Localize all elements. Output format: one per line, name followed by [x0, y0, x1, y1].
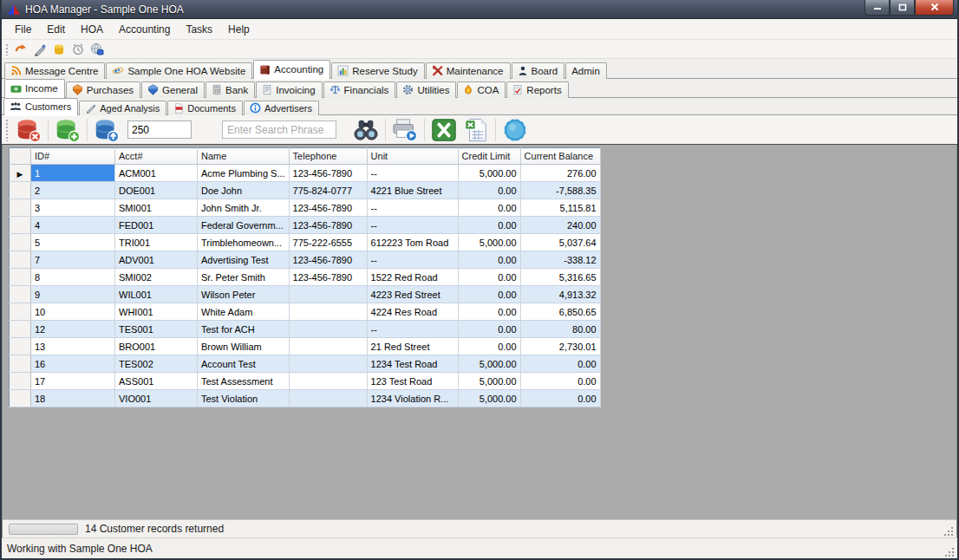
grid-cell[interactable]: 0.00 [458, 303, 520, 321]
grid-cell[interactable]: 0.00 [520, 390, 600, 407]
row-selector[interactable] [10, 199, 31, 217]
grid-cell[interactable]: 0.00 [458, 286, 520, 303]
grid-cell[interactable]: TES002 [115, 355, 198, 373]
grid-cell[interactable] [289, 390, 367, 407]
tab-accounting[interactable]: Accounting [253, 60, 330, 79]
excel-button[interactable] [429, 116, 459, 144]
tab-aged-analysis[interactable]: Aged Analysis [79, 101, 166, 115]
selector-header[interactable] [10, 148, 31, 165]
column-header-id[interactable]: ID# [31, 148, 115, 165]
grid-cell[interactable]: FED001 [115, 217, 198, 234]
title-bar[interactable]: HOA Manager - Sample One HOA [2, 0, 957, 19]
find-button[interactable] [351, 116, 381, 144]
grid-cell[interactable]: White Adam [198, 303, 290, 321]
search-input[interactable] [222, 120, 336, 139]
grid-cell[interactable]: 0.00 [458, 321, 520, 338]
maximize-button[interactable] [890, 0, 915, 16]
tab-documents[interactable]: Documents [167, 101, 243, 115]
grid-cell[interactable]: 8 [31, 269, 115, 286]
grid-cell[interactable]: 21 Red Street [367, 338, 458, 355]
grid-cell[interactable]: 10 [31, 303, 115, 321]
grid-cell[interactable]: 2 [31, 182, 115, 199]
grid-cell[interactable]: -- [367, 217, 458, 234]
grid-cell[interactable]: 5,316.65 [520, 269, 600, 286]
grid-cell[interactable]: 0.00 [520, 373, 600, 390]
tab-bank[interactable]: Bank [206, 81, 255, 98]
grid-cell[interactable]: -- [367, 321, 458, 338]
grid-cell[interactable]: 5 [31, 234, 115, 251]
grid-cell[interactable]: 9 [31, 286, 115, 303]
grid-cell[interactable]: 0.00 [458, 182, 520, 199]
grid-cell[interactable]: SMI001 [115, 199, 198, 217]
row-selector[interactable] [10, 251, 31, 269]
grid-cell[interactable] [289, 286, 367, 303]
column-header-telephone[interactable]: Telephone [289, 148, 367, 165]
minimize-button[interactable] [864, 0, 890, 16]
tab-customers[interactable]: Customers [3, 98, 78, 115]
grid-cell[interactable]: ASS001 [115, 373, 198, 390]
resize-grip-icon[interactable] [943, 525, 955, 537]
tab-reports[interactable]: Reports [506, 81, 568, 98]
grid-cell[interactable]: 18 [31, 390, 115, 407]
grid-cell[interactable]: Acme Plumbing S... [198, 165, 290, 182]
grid-cell[interactable]: 1 [31, 165, 115, 182]
tab-financials[interactable]: Financials [323, 81, 396, 98]
tab-purchases[interactable]: Purchases [66, 81, 140, 98]
grid-cell[interactable]: Test Assessment [198, 373, 290, 390]
upload-records-button[interactable] [92, 116, 121, 144]
grid-cell[interactable]: 5,000.00 [458, 390, 520, 407]
grid-cell[interactable]: 0.00 [458, 269, 520, 286]
grid-cell[interactable] [289, 338, 367, 355]
grid-cell[interactable]: Doe John [198, 182, 290, 199]
grid-cell[interactable]: ACM001 [115, 165, 198, 182]
row-selector[interactable] [10, 286, 31, 303]
menu-hoa[interactable]: HOA [73, 21, 111, 38]
grid-cell[interactable] [289, 321, 367, 338]
row-selector[interactable] [10, 182, 31, 199]
grid-cell[interactable]: 3 [31, 199, 115, 217]
grid-cell[interactable]: 276.00 [520, 165, 600, 182]
grid-cell[interactable]: 2,730.01 [520, 338, 600, 355]
toolbar-grip[interactable] [4, 42, 9, 55]
tab-website[interactable]: e Sample One HOA Website [106, 62, 252, 79]
tab-utilities[interactable]: Utilities [396, 81, 456, 98]
grid-cell[interactable]: SMI002 [115, 269, 198, 286]
row-selector[interactable] [10, 338, 31, 355]
tab-coa[interactable]: COA [457, 81, 506, 98]
menu-accounting[interactable]: Accounting [111, 21, 178, 38]
grid-cell[interactable]: Sr. Peter Smith [198, 269, 290, 286]
grid-cell[interactable]: 0.00 [458, 338, 520, 355]
grid-cell[interactable]: 12 [31, 321, 115, 338]
grid-cell[interactable] [289, 303, 367, 321]
menu-tasks[interactable]: Tasks [178, 21, 220, 38]
grid-cell[interactable]: BRO001 [115, 338, 198, 355]
grid-cell[interactable]: Test for ACH [198, 321, 290, 338]
grid-cell[interactable]: 1234 Test Road [367, 355, 458, 373]
row-selector[interactable]: ▶ [10, 165, 31, 182]
grid-cell[interactable] [289, 355, 367, 373]
grid-cell[interactable]: TRI001 [115, 234, 198, 251]
grid-cell[interactable]: 123-456-7890 [289, 251, 367, 269]
grid-cell[interactable]: Test Violation [198, 390, 290, 407]
row-selector[interactable] [10, 321, 31, 338]
grid-cell[interactable]: 0.00 [458, 217, 520, 234]
row-selector[interactable] [10, 355, 31, 373]
grid-cell[interactable]: 123-456-7890 [289, 165, 367, 182]
grid-cell[interactable]: 4 [31, 217, 115, 234]
grid-cell[interactable]: Wilson Peter [198, 286, 290, 303]
grid-cell[interactable]: 17 [31, 373, 115, 390]
grid-cell[interactable] [289, 373, 367, 390]
menu-file[interactable]: File [7, 21, 39, 38]
grid-cell[interactable]: 1522 Red Road [367, 269, 458, 286]
resize-grip-icon[interactable] [943, 546, 956, 558]
grid-cell[interactable]: 0.00 [458, 251, 520, 269]
grid-cell[interactable]: 0.00 [458, 199, 520, 217]
tab-income[interactable]: Income [4, 79, 65, 98]
grid-cell[interactable]: 4,913.32 [520, 286, 600, 303]
grid-cell[interactable]: -- [367, 165, 458, 182]
grid-cell[interactable]: 0.00 [520, 355, 600, 373]
row-selector[interactable] [10, 269, 31, 286]
schedule-button[interactable] [68, 41, 88, 58]
column-header-name[interactable]: Name [198, 148, 290, 165]
grid-cell[interactable]: 123-456-7890 [289, 269, 367, 286]
